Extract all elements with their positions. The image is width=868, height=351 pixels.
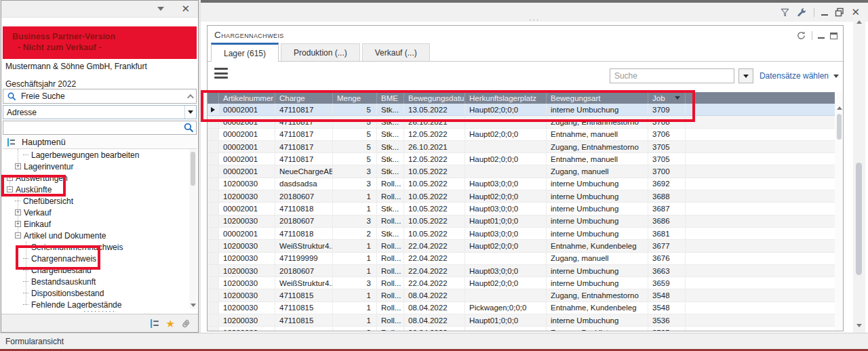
cell-filler	[686, 265, 835, 276]
cell-menge: 5	[333, 104, 377, 115]
table-row[interactable]: 00002001471108182Stk...10.05.2022Haupt03…	[208, 228, 835, 240]
table-row[interactable]: 00002001471108175Stk...12.05.2022Haupt02…	[208, 129, 835, 141]
select-records-link[interactable]: Datensätze wählen	[760, 71, 839, 81]
tree-item-chargenbestand[interactable]: Chargenbestand	[3, 264, 197, 276]
tree-item-label: Lagerbewegungen bearbeiten	[31, 150, 139, 160]
column-header-charge[interactable]: Charge	[275, 92, 333, 104]
panel-maximize-icon[interactable]	[830, 33, 837, 39]
cell-bewegungsart: interne Umbuchung	[547, 104, 648, 115]
tree-item-einkauf[interactable]: +Einkauf	[3, 218, 197, 230]
refresh-icon[interactable]	[796, 30, 806, 41]
tree-item-seriennummernnachweis[interactable]: Seriennummernnachweis	[3, 241, 197, 253]
tree-scrollbar-thumb[interactable]	[191, 152, 195, 186]
row-indicator-cell	[208, 215, 219, 227]
attachment-icon[interactable]	[181, 318, 191, 329]
table-row[interactable]: 10200030471108151Roll...08.04.2022Zugang…	[208, 289, 835, 302]
cell-bme: Stk...	[377, 116, 404, 127]
tree-item-lagerbewegungen-bearbeiten[interactable]: Lagerbewegungen bearbeiten	[3, 149, 197, 161]
table-row[interactable]: 00002001471108175Stk...13.05.2022Haupt02…	[208, 104, 835, 116]
table-menu-icon[interactable]	[214, 68, 228, 79]
expand-icon[interactable]: +	[7, 175, 13, 181]
filter-dropdown-button[interactable]	[738, 68, 753, 83]
expand-icon[interactable]: +	[15, 163, 21, 169]
table-row[interactable]: 00002001471108181Stk...10.05.2022Haupt03…	[208, 203, 835, 215]
cell-bewegungsdatu: 10.05.2022	[404, 178, 465, 190]
table-row[interactable]: 00002001471108175Stk...26.10.2021Zugang,…	[208, 116, 835, 128]
tree-item-chef-bersicht[interactable]: Chefübersicht	[3, 195, 197, 207]
table-row[interactable]: 10200030471108151Roll...08.04.2022Haupt0…	[208, 314, 835, 327]
minimize-icon[interactable]	[821, 9, 828, 16]
cell-bewegungsdatu: 12.05.2022	[404, 153, 465, 165]
table-row[interactable]: 10200030201806071Roll...10.05.2022Haupt0…	[208, 190, 835, 203]
table-row[interactable]: 10200030201806071Roll...22.04.2022Haupt0…	[208, 265, 835, 277]
search-category-combobox[interactable]: Adresse	[3, 105, 197, 119]
column-header-bewegungsart[interactable]: Bewegungsart	[547, 92, 648, 104]
tree-scrollbar[interactable]	[189, 149, 197, 309]
table-row[interactable]: 10200030471108151Roll...08.04.2022Pickwa…	[208, 302, 835, 314]
row-indicator-cell	[208, 265, 219, 276]
table-row[interactable]: 10200030WeißStruktur4...1Roll...22.04.20…	[208, 240, 835, 252]
table-scrollbar[interactable]	[835, 92, 844, 331]
tree-item-ausk-nfte[interactable]: −Auskünfte	[3, 184, 197, 195]
scroll-down-arrow-icon[interactable]	[191, 304, 196, 307]
tree-item-verkauf[interactable]: +Verkauf	[3, 207, 197, 218]
column-header-bme[interactable]: BME	[377, 92, 404, 104]
expand-icon[interactable]: +	[15, 209, 21, 215]
combobox-dropdown-button[interactable]	[184, 106, 196, 119]
table-row[interactable]: 00002001471108175Stk...12.05.2022Haupt02…	[208, 153, 835, 165]
sidebar-search-input[interactable]	[3, 121, 184, 134]
drag-handle-dots[interactable]: ···	[201, 16, 868, 24]
restore-icon[interactable]	[835, 7, 844, 17]
tab-lager-615[interactable]: Lager (615)	[211, 43, 279, 62]
table-row[interactable]: 10200030WeißStruktur4...3Roll...22.04.20…	[208, 277, 835, 289]
tab-produktion[interactable]: Produktion (...)	[281, 43, 360, 61]
tree-item-artikel-und-dokumente[interactable]: −Artikel und Dokumente	[3, 230, 197, 241]
tree-item-bestandsauskunft[interactable]: Bestandsauskunft	[3, 276, 197, 287]
tree-item-chargennachweis[interactable]: Chargennachweis	[3, 253, 197, 264]
scroll-up-arrow-icon[interactable]	[837, 106, 842, 110]
tree-item-lagerinventur[interactable]: +Lagerinventur	[3, 161, 197, 172]
panel-minimize-icon[interactable]	[818, 33, 825, 39]
scroll-down-arrow-icon[interactable]	[856, 324, 862, 327]
table-row[interactable]: 00002001NeueChargeABC3Stk...10.05.2022Zu…	[208, 165, 835, 178]
table-row[interactable]: 10200030201806073Roll...10.05.2022Haupt0…	[208, 215, 835, 228]
cell-artikelnummer: 00002001	[219, 203, 275, 214]
row-indicator-cell	[208, 289, 219, 301]
tree-item-auswertungen[interactable]: +Auswertungen	[3, 172, 197, 184]
expand-icon[interactable]: +	[15, 221, 21, 227]
table-search-input[interactable]	[610, 68, 734, 83]
cell-filler	[686, 314, 835, 326]
collapse-chevron-icon[interactable]	[187, 94, 194, 100]
row-indicator-cell	[208, 228, 219, 239]
tree-view-icon[interactable]	[150, 318, 160, 329]
sidebar-close-icon[interactable]: ✕	[181, 2, 190, 16]
collapse-icon[interactable]: −	[7, 186, 13, 192]
table-scrollbar-thumb[interactable]	[837, 114, 842, 140]
sidebar-dropdown-caret-icon[interactable]	[157, 7, 164, 11]
cell-menge: 1	[333, 203, 377, 214]
column-header-bewegungsdatu[interactable]: Bewegungsdatu...	[404, 92, 465, 104]
table-row[interactable]: 102000302Roll...06.04.2022Zugang, Packli…	[208, 327, 835, 331]
search-icon[interactable]	[184, 123, 194, 133]
cell-bewegungsdatu: 08.04.2022	[404, 302, 465, 314]
table-row[interactable]: 10200030dasdsadsa3Roll...10.05.2022Haupt…	[208, 178, 835, 190]
column-header-herkunftslagerplatz[interactable]: Herkunftslagerplatz	[465, 92, 547, 104]
toolbar-separator	[812, 31, 812, 40]
scroll-up-arrow-icon[interactable]	[856, 20, 862, 24]
form-scrollbar[interactable]	[853, 16, 865, 333]
tab-verkauf[interactable]: Verkauf (...)	[362, 43, 430, 61]
column-header-artikelnummer[interactable]: Artikelnummer	[219, 92, 275, 104]
table-row[interactable]: 102000304711999991Roll...22.04.2022Zugan…	[208, 253, 835, 265]
column-header-menge[interactable]: Menge	[333, 92, 377, 104]
tree-item-dispositionsbestand[interactable]: Dispositionsbestand	[3, 287, 197, 299]
form-scrollbar-thumb[interactable]	[856, 163, 862, 275]
free-search-header[interactable]: Freie Suche	[3, 89, 197, 104]
cell-bewegungsart: Zugang, Entnahmestorno	[547, 289, 648, 301]
table-row[interactable]: 00002001471108175Stk...26.10.2021Zugang,…	[208, 141, 835, 153]
column-header-job[interactable]: Job	[648, 92, 686, 104]
close-icon[interactable]: ✕	[851, 7, 860, 17]
favorites-star-icon[interactable]: ★	[166, 318, 175, 329]
cell-menge: 2	[333, 327, 377, 331]
collapse-icon[interactable]: −	[15, 232, 21, 239]
sidebar-panel: ✕ Business Partner-Version - Nicht zum V…	[1, 0, 199, 333]
